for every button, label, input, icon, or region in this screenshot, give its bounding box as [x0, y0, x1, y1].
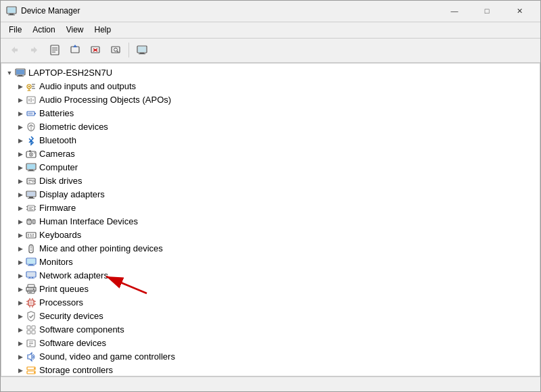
tree-item-sound[interactable]: Sound, video and game controllers — [1, 350, 540, 364]
tree-item-apo[interactable]: Audio Processing Objects (APOs) — [1, 93, 540, 107]
svg-rect-25 — [16, 70, 24, 74]
label-print: Print queues — [39, 284, 89, 294]
toggle-display[interactable] — [15, 188, 26, 201]
toggle-biometric[interactable] — [15, 120, 26, 134]
close-button[interactable]: ✕ — [504, 3, 535, 19]
toggle-monitors[interactable] — [15, 255, 26, 269]
toggle-print[interactable] — [15, 283, 26, 296]
tree-item-processors[interactable]: Processors — [1, 296, 540, 310]
toggle-network[interactable] — [15, 269, 26, 283]
tree-item-sw-components[interactable]: Software components — [1, 323, 540, 337]
main-content[interactable]: LAPTOP-ESH2SN7U — [1, 63, 540, 376]
svg-rect-7 — [31, 49, 34, 51]
tree-item-computer[interactable]: Computer — [1, 161, 540, 174]
scan-button[interactable] — [106, 41, 125, 59]
tree-item-firmware[interactable]: Firmware — [1, 201, 540, 215]
menu-help[interactable]: Help — [89, 22, 117, 37]
toggle-processors[interactable] — [15, 296, 26, 310]
toggle-batteries[interactable] — [15, 107, 26, 120]
tree-item-hid[interactable]: Human Interface Devices — [1, 215, 540, 228]
svg-rect-23 — [138, 47, 146, 52]
toggle-disk[interactable] — [15, 174, 26, 188]
toggle-storage[interactable] — [15, 364, 26, 376]
menu-action[interactable]: Action — [27, 22, 60, 37]
tree-item-bluetooth[interactable]: Bluetooth — [1, 134, 540, 147]
tree-item-cameras[interactable]: Cameras — [1, 147, 540, 161]
window-title: Device Manager — [21, 6, 439, 16]
tree-item-network[interactable]: Network adapters — [1, 269, 540, 283]
tree-item-print[interactable]: Print queues — [1, 283, 540, 296]
properties-button[interactable] — [45, 41, 64, 59]
tree-item-storage[interactable]: Storage controllers — [1, 364, 540, 376]
svg-rect-17 — [112, 47, 120, 53]
sound-icon — [26, 351, 37, 362]
update-driver-button[interactable] — [66, 41, 85, 59]
tree-item-display[interactable]: Display adapters — [1, 188, 540, 201]
svg-rect-78 — [28, 235, 29, 237]
tree-item-disk[interactable]: Disk drives — [1, 174, 540, 188]
label-firmware: Firmware — [39, 203, 76, 213]
sw-devices-icon — [26, 338, 37, 349]
svg-marker-6 — [34, 47, 37, 53]
svg-rect-12 — [71, 47, 79, 53]
svg-line-19 — [117, 51, 118, 53]
uninstall-button[interactable] — [86, 41, 105, 59]
menu-view[interactable]: View — [61, 22, 89, 37]
tree-root[interactable]: LAPTOP-ESH2SN7U — [1, 66, 540, 80]
tree-item-mice[interactable]: Mice and other pointing devices — [1, 242, 540, 255]
tree-item-monitors[interactable]: Monitors — [1, 255, 540, 269]
minimize-button[interactable]: — — [439, 3, 470, 19]
tree-item-biometric[interactable]: Biometric devices — [1, 120, 540, 134]
title-bar: Device Manager — □ ✕ — [1, 1, 540, 22]
display-button[interactable] — [133, 41, 151, 59]
svg-rect-96 — [29, 292, 32, 293]
tree-item-batteries[interactable]: Batteries — [1, 107, 540, 120]
biometric-icon — [26, 122, 37, 132]
window-controls: — □ ✕ — [439, 3, 535, 19]
svg-rect-76 — [30, 234, 32, 235]
svg-point-120 — [34, 372, 35, 373]
svg-rect-80 — [32, 235, 34, 237]
label-biometric: Biometric devices — [39, 122, 108, 132]
properties-icon — [49, 45, 60, 55]
back-button[interactable] — [5, 41, 24, 59]
label-security: Security devices — [39, 311, 103, 321]
toggle-cameras[interactable] — [15, 147, 26, 161]
svg-point-97 — [33, 289, 34, 290]
toggle-apo[interactable] — [15, 93, 26, 107]
scan-icon — [110, 45, 121, 55]
svg-marker-4 — [11, 47, 15, 53]
tree-item-security[interactable]: Security devices — [1, 310, 540, 323]
toggle-mice[interactable] — [15, 242, 26, 255]
toggle-sw-components[interactable] — [15, 323, 26, 337]
root-toggle[interactable] — [4, 66, 15, 80]
svg-rect-22 — [139, 53, 145, 54]
toggle-keyboards[interactable] — [15, 228, 26, 242]
toggle-firmware[interactable] — [15, 201, 26, 215]
apo-icon — [26, 95, 37, 105]
toggle-security[interactable] — [15, 310, 26, 323]
toggle-computer[interactable] — [15, 161, 26, 174]
tree-item-keyboards[interactable]: Keyboards — [1, 228, 540, 242]
tree-item-audio-inputs[interactable]: Audio inputs and outputs — [1, 80, 540, 93]
svg-rect-5 — [15, 49, 18, 51]
svg-rect-26 — [18, 75, 22, 76]
toggle-audio-inputs[interactable] — [15, 80, 26, 93]
menu-file[interactable]: File — [3, 22, 27, 37]
svg-point-54 — [32, 180, 34, 182]
toggle-bluetooth[interactable] — [15, 134, 26, 147]
forward-button[interactable] — [25, 41, 44, 59]
label-sw-devices: Software devices — [39, 338, 106, 348]
keyboard-icon — [26, 230, 37, 241]
svg-rect-89 — [28, 278, 34, 279]
tree-item-sw-devices[interactable]: Software devices — [1, 337, 540, 350]
toggle-hid[interactable] — [15, 215, 26, 228]
label-display: Display adapters — [39, 189, 105, 199]
svg-rect-65 — [26, 209, 28, 210]
toggle-sw-devices[interactable] — [15, 337, 26, 350]
computer2-icon — [26, 162, 37, 173]
maximize-button[interactable]: □ — [471, 3, 502, 19]
label-storage: Storage controllers — [39, 365, 113, 375]
svg-rect-75 — [28, 234, 29, 235]
toggle-sound[interactable] — [15, 350, 26, 364]
